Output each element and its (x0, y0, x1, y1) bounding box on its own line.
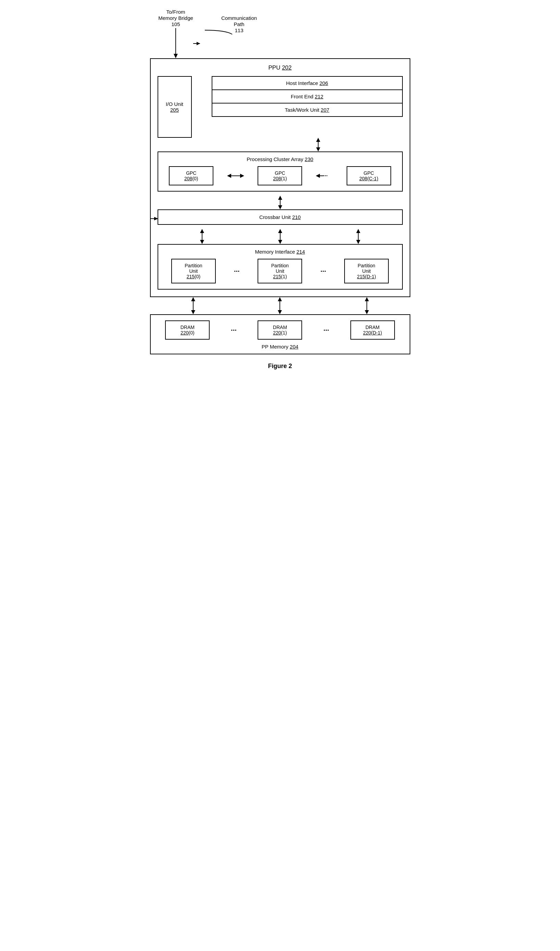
task-work-unit-label: Task/Work Unit (285, 107, 320, 113)
gpc-dots-arrow: ··· (316, 173, 333, 179)
dramN-number: 220 (363, 330, 371, 336)
gpcN-label: GPC (353, 170, 385, 176)
gpc0-label: GPC (175, 170, 207, 176)
comm-path-label2: Path (234, 21, 244, 27)
svg-marker-21 (278, 240, 282, 244)
memory-bridge-label2: Memory Bridge (158, 15, 193, 21)
io-unit-box: I/O Unit 205 (158, 76, 192, 138)
partition-dram-arrow-1 (276, 297, 283, 314)
partition0-number: 215 (187, 274, 195, 279)
ppu-name: PPU (268, 65, 280, 71)
dram-0-box: DRAM 220(0) (165, 321, 209, 340)
partition-dots: ··· (234, 267, 240, 275)
svg-text:···: ··· (323, 173, 328, 179)
comm-path-curve (205, 30, 232, 34)
crossbar-to-partition-arrows (158, 229, 403, 244)
partition1-line2: Unit (262, 268, 297, 274)
pp-memory-number: 204 (290, 344, 298, 350)
crossbar-unit-number: 210 (292, 214, 301, 220)
crossbar-partition-arrow-2 (355, 229, 362, 244)
memory-bridge-arrowhead (174, 54, 178, 58)
ppu-box: PPU 202 I/O Unit 205 H (150, 58, 410, 297)
dramN-index: (D-1) (371, 330, 382, 336)
crossbar-partition-arrow-1 (277, 229, 284, 244)
task-work-unit-box: Task/Work Unit 207 (212, 103, 403, 117)
host-interface-number: 206 (320, 80, 328, 86)
svg-marker-4 (316, 147, 320, 151)
svg-marker-19 (278, 229, 282, 233)
svg-marker-30 (278, 310, 282, 314)
partition-1-box: Partition Unit 215(1) (258, 259, 302, 284)
partition1-line1: Partition (262, 263, 297, 268)
dramN-label: DRAM (357, 325, 389, 330)
svg-marker-11 (278, 196, 282, 200)
cluster-array-name: Processing Cluster Array (247, 156, 303, 162)
crossbar-partition-arrow-0 (198, 229, 206, 244)
svg-marker-22 (356, 229, 360, 233)
crossbar-unit-label: Crossbar Unit (259, 214, 291, 220)
host-interface-box: Host Interface 206 (212, 76, 403, 89)
svg-marker-5 (227, 174, 231, 178)
ppu-number: 202 (282, 65, 291, 71)
svg-marker-13 (278, 205, 282, 210)
dram1-number: 220 (273, 330, 281, 336)
pp-memory-label: PP Memory 204 (156, 344, 404, 350)
gpc-row: GPC 208(0) GPC 208(1) (164, 166, 397, 185)
dram0-label: DRAM (171, 325, 203, 330)
dram0-index: (0) (188, 330, 194, 336)
dram-row: DRAM 220(0) ··· DRAM 220(1) ··· DRAM (156, 321, 404, 340)
partitionN-index: (D-1) (365, 274, 376, 279)
comm-path-label: Communication (221, 15, 257, 21)
memory-interface-number: 214 (296, 249, 305, 254)
dram-1-box: DRAM 220(1) (258, 321, 302, 340)
dram1-label: DRAM (264, 325, 296, 330)
gpc-n-box: GPC 208(C-1) (347, 166, 391, 185)
dram0-number: 220 (180, 330, 188, 336)
memory-interface-name: Memory Interface (255, 249, 295, 254)
partition-dram-arrow-0 (190, 297, 197, 314)
svg-marker-18 (200, 240, 204, 244)
gpc1-number: 208 (273, 176, 281, 181)
partition-row: Partition Unit 215(0) ··· Partition Unit… (164, 259, 397, 284)
svg-marker-8 (316, 174, 320, 178)
svg-marker-27 (191, 310, 195, 314)
cluster-to-crossbar-arrow (158, 196, 403, 210)
dram-dots: ··· (231, 326, 237, 334)
cluster-array-label: Processing Cluster Array 230 (164, 156, 397, 162)
memory-interface-box: Memory Interface 214 Partition Unit 215(… (158, 244, 403, 290)
io-to-crossbar-arrow (151, 216, 158, 221)
partition0-index: (0) (195, 274, 200, 279)
ppu-label: PPU 202 (158, 65, 403, 71)
svg-marker-24 (356, 240, 360, 244)
gpc0-index: (0) (192, 176, 198, 181)
pp-memory-box: DRAM 220(0) ··· DRAM 220(1) ··· DRAM (150, 314, 410, 355)
partition-to-dram-arrows (150, 297, 410, 314)
partition0-line2: Unit (176, 268, 211, 274)
svg-marker-1 (197, 42, 200, 45)
partition-0-box: Partition Unit 215(0) (171, 259, 216, 284)
gpcN-number: 208 (359, 176, 367, 181)
partitionN-number: 215 (357, 274, 365, 279)
gpc1-index: (1) (281, 176, 287, 181)
partitionN-line2: Unit (349, 268, 384, 274)
io-to-host-arrow (193, 40, 203, 47)
partition-n-box: Partition Unit 215(D-1) (344, 259, 389, 284)
host-interface-label: Host Interface (286, 80, 318, 86)
dram1-index: (1) (281, 330, 287, 336)
memory-bridge-num: 105 (171, 21, 180, 27)
partitionN-line1: Partition (349, 263, 384, 268)
right-stack: Host Interface 206 Front End 212 Task/Wo… (212, 76, 403, 138)
gpc-1-box: GPC 208(1) (258, 166, 302, 185)
task-work-unit-number: 207 (321, 107, 329, 113)
svg-marker-28 (278, 297, 282, 301)
svg-marker-31 (365, 297, 369, 301)
svg-marker-16 (200, 229, 204, 233)
partition-dram-arrow-2 (363, 297, 370, 314)
svg-marker-33 (365, 310, 369, 314)
dram-n-box: DRAM 220(D-1) (351, 321, 395, 340)
figure-label: Figure 2 (268, 362, 292, 370)
gpc-0-box: GPC 208(0) (169, 166, 213, 185)
io-unit-number: 205 (170, 107, 179, 113)
svg-marker-25 (191, 297, 195, 301)
front-end-number: 212 (315, 94, 323, 99)
